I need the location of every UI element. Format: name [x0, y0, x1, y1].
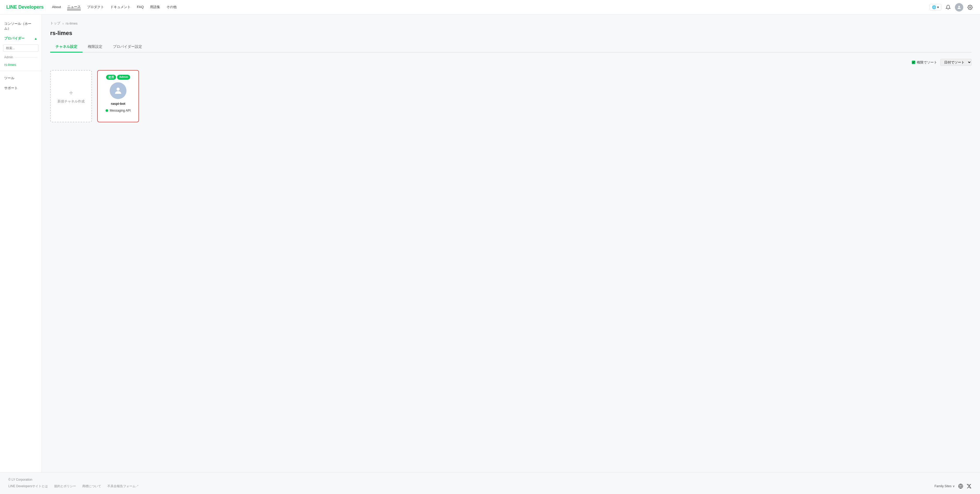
- breadcrumb-separator: ›: [62, 21, 64, 25]
- sidebar-support[interactable]: サポート: [0, 83, 41, 93]
- badge-used: 使用: [106, 75, 116, 80]
- family-sites-button[interactable]: Family Sites ∨: [935, 484, 955, 488]
- badge-admin: Admin: [117, 75, 130, 80]
- channel-type-label: Messaging API: [110, 109, 130, 112]
- circle-icon[interactable]: [958, 484, 963, 489]
- nav-glossary[interactable]: 用語集: [150, 5, 160, 10]
- sidebar-console-home[interactable]: コンソール（ホーム）: [0, 19, 41, 33]
- user-icon: [113, 86, 123, 96]
- nav-faq[interactable]: FAQ: [137, 5, 144, 10]
- sort-by-permission-checkbox[interactable]: [912, 61, 915, 64]
- sort-permission-text: 権限でソート: [917, 60, 937, 65]
- sidebar-tools[interactable]: ツール: [0, 73, 41, 83]
- tab-permissions[interactable]: 権限設定: [83, 42, 108, 53]
- new-channel-card[interactable]: + 新規チャネル作成: [50, 70, 92, 122]
- svg-point-2: [116, 88, 120, 91]
- notification-button[interactable]: [945, 4, 952, 11]
- x-twitter-icon[interactable]: [966, 484, 972, 489]
- sort-bar: 権限でソート 日付でソート 名前でソート: [50, 59, 972, 66]
- sidebar-search-input[interactable]: [3, 45, 38, 52]
- channel-name: raspi-bot: [111, 102, 126, 105]
- header: LINE Developers About ニュース プロダクト ドキュメント …: [0, 0, 980, 14]
- footer-right: Family Sites ∨: [935, 484, 972, 489]
- nav-about[interactable]: About: [52, 5, 61, 10]
- tab-channel-settings[interactable]: チャネル設定: [50, 42, 83, 53]
- nav-docs[interactable]: ドキュメント: [110, 5, 130, 10]
- nav-news[interactable]: ニュース: [67, 5, 81, 10]
- main-content: トップ › rs-limes rs-limes チャネル設定 権限設定 プロバイ…: [42, 14, 980, 472]
- tabs: チャネル設定 権限設定 プロバイダー設定: [50, 42, 972, 53]
- footer-left-links: LINE Developersサイトとは 規約とポリシー 商標について 不具合報…: [8, 484, 139, 489]
- chevron-up-icon: ▲: [34, 37, 37, 40]
- sort-date-select[interactable]: 日付でソート 名前でソート: [940, 59, 972, 66]
- channels-grid: + 新規チャネル作成 使用 Admin raspi-bot: [50, 70, 972, 122]
- channel-badges: 使用 Admin: [106, 75, 130, 80]
- family-sites-chevron-icon: ∨: [953, 484, 955, 488]
- sidebar-provider-label: プロバイダー: [4, 36, 25, 41]
- sort-by-permission-label[interactable]: 権限でソート: [912, 60, 937, 65]
- nav-other[interactable]: その他: [166, 5, 177, 10]
- channel-card-raspi-bot[interactable]: 使用 Admin raspi-bot Messaging API: [97, 70, 139, 122]
- sidebar-admin-label: Admin: [0, 54, 41, 61]
- footer-links: LINE Developersサイトとは 規約とポリシー 商標について 不具合報…: [8, 484, 972, 489]
- sidebar-divider: [0, 71, 41, 71]
- tab-provider-settings[interactable]: プロバイダー設定: [108, 42, 147, 53]
- footer-link-policy[interactable]: 規約とポリシー: [54, 484, 76, 489]
- header-right: 🌐 ▾: [929, 3, 974, 11]
- svg-point-0: [958, 6, 960, 7]
- sidebar-provider-section[interactable]: プロバイダー ▲: [0, 33, 41, 43]
- plus-icon: +: [69, 89, 73, 97]
- sidebar-provider-item-rs-limes[interactable]: rs-limes: [0, 61, 41, 69]
- site-logo[interactable]: LINE Developers: [6, 5, 44, 10]
- footer-link-about[interactable]: LINE Developersサイトとは: [8, 484, 48, 489]
- footer-link-report[interactable]: 不具合報告フォーム↗: [107, 484, 139, 489]
- new-channel-label: 新規チャネル作成: [57, 99, 85, 104]
- main-nav: About ニュース プロダクト ドキュメント FAQ 用語集 その他: [52, 5, 929, 10]
- page-title: rs-limes: [50, 30, 972, 37]
- avatar[interactable]: [955, 3, 963, 11]
- footer: © LY Corporation LINE Developersサイトとは 規約…: [0, 472, 980, 494]
- footer-link-trademark[interactable]: 商標について: [82, 484, 101, 489]
- channel-type: Messaging API: [105, 109, 130, 112]
- lang-chevron: ▾: [937, 5, 939, 9]
- footer-copyright: © LY Corporation: [8, 478, 972, 481]
- family-sites-label: Family Sites: [935, 484, 951, 488]
- nav-products[interactable]: プロダクト: [87, 5, 104, 10]
- page-layout: コンソール（ホーム） プロバイダー ▲ Admin rs-limes ツール サ…: [0, 14, 980, 472]
- globe-icon: 🌐: [932, 5, 936, 9]
- breadcrumb: トップ › rs-limes: [50, 21, 972, 25]
- settings-button[interactable]: [966, 4, 974, 11]
- language-selector[interactable]: 🌐 ▾: [929, 4, 941, 10]
- channel-avatar: [110, 82, 126, 99]
- sidebar: コンソール（ホーム） プロバイダー ▲ Admin rs-limes ツール サ…: [0, 14, 42, 472]
- breadcrumb-top[interactable]: トップ: [50, 21, 60, 25]
- breadcrumb-current: rs-limes: [65, 21, 78, 25]
- svg-point-1: [970, 6, 971, 8]
- channel-type-dot: [105, 109, 108, 112]
